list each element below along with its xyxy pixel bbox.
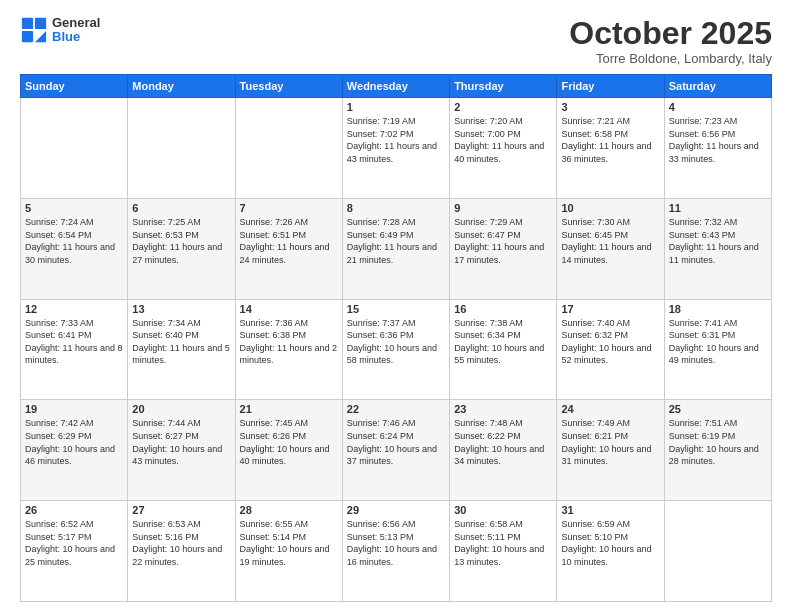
calendar-week-row: 19Sunrise: 7:42 AM Sunset: 6:29 PM Dayli…	[21, 400, 772, 501]
calendar-table: Sunday Monday Tuesday Wednesday Thursday…	[20, 74, 772, 602]
day-number: 23	[454, 403, 552, 415]
col-saturday: Saturday	[664, 75, 771, 98]
day-number: 25	[669, 403, 767, 415]
logo: General Blue	[20, 16, 100, 45]
calendar-cell: 23Sunrise: 7:48 AM Sunset: 6:22 PM Dayli…	[450, 400, 557, 501]
day-info: Sunrise: 6:53 AM Sunset: 5:16 PM Dayligh…	[132, 518, 230, 568]
calendar-header-row: Sunday Monday Tuesday Wednesday Thursday…	[21, 75, 772, 98]
calendar-cell: 2Sunrise: 7:20 AM Sunset: 7:00 PM Daylig…	[450, 98, 557, 199]
svg-marker-3	[35, 31, 46, 42]
day-number: 8	[347, 202, 445, 214]
calendar-cell: 30Sunrise: 6:58 AM Sunset: 5:11 PM Dayli…	[450, 501, 557, 602]
calendar-page: General Blue October 2025 Torre Boldone,…	[0, 0, 792, 612]
day-number: 14	[240, 303, 338, 315]
day-number: 9	[454, 202, 552, 214]
calendar-cell: 22Sunrise: 7:46 AM Sunset: 6:24 PM Dayli…	[342, 400, 449, 501]
day-info: Sunrise: 7:41 AM Sunset: 6:31 PM Dayligh…	[669, 317, 767, 367]
day-info: Sunrise: 7:23 AM Sunset: 6:56 PM Dayligh…	[669, 115, 767, 165]
day-number: 29	[347, 504, 445, 516]
day-number: 7	[240, 202, 338, 214]
logo-general: General	[52, 16, 100, 30]
svg-rect-0	[22, 18, 33, 29]
col-tuesday: Tuesday	[235, 75, 342, 98]
day-info: Sunrise: 7:49 AM Sunset: 6:21 PM Dayligh…	[561, 417, 659, 467]
day-number: 18	[669, 303, 767, 315]
day-number: 12	[25, 303, 123, 315]
day-info: Sunrise: 7:19 AM Sunset: 7:02 PM Dayligh…	[347, 115, 445, 165]
calendar-cell: 21Sunrise: 7:45 AM Sunset: 6:26 PM Dayli…	[235, 400, 342, 501]
calendar-cell: 24Sunrise: 7:49 AM Sunset: 6:21 PM Dayli…	[557, 400, 664, 501]
calendar-week-row: 26Sunrise: 6:52 AM Sunset: 5:17 PM Dayli…	[21, 501, 772, 602]
day-info: Sunrise: 6:52 AM Sunset: 5:17 PM Dayligh…	[25, 518, 123, 568]
day-info: Sunrise: 7:21 AM Sunset: 6:58 PM Dayligh…	[561, 115, 659, 165]
day-number: 6	[132, 202, 230, 214]
calendar-cell: 9Sunrise: 7:29 AM Sunset: 6:47 PM Daylig…	[450, 198, 557, 299]
calendar-cell: 16Sunrise: 7:38 AM Sunset: 6:34 PM Dayli…	[450, 299, 557, 400]
calendar-week-row: 5Sunrise: 7:24 AM Sunset: 6:54 PM Daylig…	[21, 198, 772, 299]
calendar-cell: 15Sunrise: 7:37 AM Sunset: 6:36 PM Dayli…	[342, 299, 449, 400]
calendar-cell: 7Sunrise: 7:26 AM Sunset: 6:51 PM Daylig…	[235, 198, 342, 299]
day-info: Sunrise: 7:33 AM Sunset: 6:41 PM Dayligh…	[25, 317, 123, 367]
calendar-cell: 13Sunrise: 7:34 AM Sunset: 6:40 PM Dayli…	[128, 299, 235, 400]
calendar-cell: 27Sunrise: 6:53 AM Sunset: 5:16 PM Dayli…	[128, 501, 235, 602]
location: Torre Boldone, Lombardy, Italy	[569, 51, 772, 66]
day-number: 19	[25, 403, 123, 415]
calendar-cell: 17Sunrise: 7:40 AM Sunset: 6:32 PM Dayli…	[557, 299, 664, 400]
day-number: 17	[561, 303, 659, 315]
calendar-cell: 14Sunrise: 7:36 AM Sunset: 6:38 PM Dayli…	[235, 299, 342, 400]
day-info: Sunrise: 7:25 AM Sunset: 6:53 PM Dayligh…	[132, 216, 230, 266]
calendar-cell: 18Sunrise: 7:41 AM Sunset: 6:31 PM Dayli…	[664, 299, 771, 400]
day-number: 21	[240, 403, 338, 415]
calendar-cell: 20Sunrise: 7:44 AM Sunset: 6:27 PM Dayli…	[128, 400, 235, 501]
day-info: Sunrise: 7:44 AM Sunset: 6:27 PM Dayligh…	[132, 417, 230, 467]
calendar-cell: 28Sunrise: 6:55 AM Sunset: 5:14 PM Dayli…	[235, 501, 342, 602]
calendar-cell: 29Sunrise: 6:56 AM Sunset: 5:13 PM Dayli…	[342, 501, 449, 602]
calendar-cell: 5Sunrise: 7:24 AM Sunset: 6:54 PM Daylig…	[21, 198, 128, 299]
day-info: Sunrise: 7:29 AM Sunset: 6:47 PM Dayligh…	[454, 216, 552, 266]
day-info: Sunrise: 7:51 AM Sunset: 6:19 PM Dayligh…	[669, 417, 767, 467]
calendar-cell: 1Sunrise: 7:19 AM Sunset: 7:02 PM Daylig…	[342, 98, 449, 199]
calendar-cell: 4Sunrise: 7:23 AM Sunset: 6:56 PM Daylig…	[664, 98, 771, 199]
day-number: 1	[347, 101, 445, 113]
calendar-cell: 10Sunrise: 7:30 AM Sunset: 6:45 PM Dayli…	[557, 198, 664, 299]
day-info: Sunrise: 7:38 AM Sunset: 6:34 PM Dayligh…	[454, 317, 552, 367]
calendar-cell: 19Sunrise: 7:42 AM Sunset: 6:29 PM Dayli…	[21, 400, 128, 501]
col-thursday: Thursday	[450, 75, 557, 98]
day-info: Sunrise: 6:55 AM Sunset: 5:14 PM Dayligh…	[240, 518, 338, 568]
day-number: 11	[669, 202, 767, 214]
day-info: Sunrise: 7:20 AM Sunset: 7:00 PM Dayligh…	[454, 115, 552, 165]
calendar-cell: 25Sunrise: 7:51 AM Sunset: 6:19 PM Dayli…	[664, 400, 771, 501]
day-info: Sunrise: 7:42 AM Sunset: 6:29 PM Dayligh…	[25, 417, 123, 467]
calendar-cell	[128, 98, 235, 199]
calendar-cell: 31Sunrise: 6:59 AM Sunset: 5:10 PM Dayli…	[557, 501, 664, 602]
month-title: October 2025	[569, 16, 772, 51]
title-section: October 2025 Torre Boldone, Lombardy, It…	[569, 16, 772, 66]
calendar-week-row: 12Sunrise: 7:33 AM Sunset: 6:41 PM Dayli…	[21, 299, 772, 400]
day-number: 3	[561, 101, 659, 113]
day-number: 2	[454, 101, 552, 113]
calendar-cell	[21, 98, 128, 199]
day-number: 4	[669, 101, 767, 113]
svg-rect-2	[22, 31, 33, 42]
logo-text: General Blue	[52, 16, 100, 45]
day-info: Sunrise: 7:37 AM Sunset: 6:36 PM Dayligh…	[347, 317, 445, 367]
day-number: 24	[561, 403, 659, 415]
logo-blue: Blue	[52, 30, 100, 44]
day-info: Sunrise: 7:36 AM Sunset: 6:38 PM Dayligh…	[240, 317, 338, 367]
col-sunday: Sunday	[21, 75, 128, 98]
col-monday: Monday	[128, 75, 235, 98]
day-info: Sunrise: 7:34 AM Sunset: 6:40 PM Dayligh…	[132, 317, 230, 367]
calendar-cell: 8Sunrise: 7:28 AM Sunset: 6:49 PM Daylig…	[342, 198, 449, 299]
logo-icon	[20, 16, 48, 44]
day-number: 27	[132, 504, 230, 516]
calendar-cell	[664, 501, 771, 602]
calendar-cell: 3Sunrise: 7:21 AM Sunset: 6:58 PM Daylig…	[557, 98, 664, 199]
day-number: 16	[454, 303, 552, 315]
day-number: 22	[347, 403, 445, 415]
calendar-cell: 6Sunrise: 7:25 AM Sunset: 6:53 PM Daylig…	[128, 198, 235, 299]
day-info: Sunrise: 7:30 AM Sunset: 6:45 PM Dayligh…	[561, 216, 659, 266]
day-number: 13	[132, 303, 230, 315]
day-info: Sunrise: 7:46 AM Sunset: 6:24 PM Dayligh…	[347, 417, 445, 467]
col-friday: Friday	[557, 75, 664, 98]
col-wednesday: Wednesday	[342, 75, 449, 98]
